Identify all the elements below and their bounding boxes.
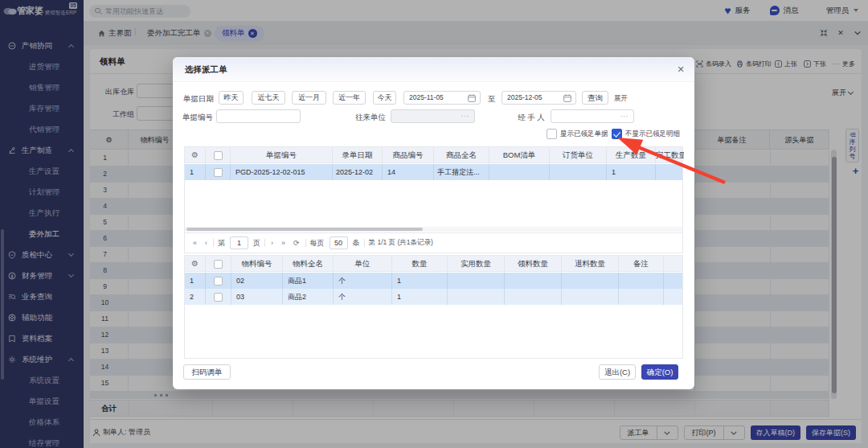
calendar-icon [468, 94, 476, 102]
cell-product-name: 手工措定法... [434, 164, 489, 180]
last-page-icon[interactable]: » [277, 239, 289, 247]
hide-fulfilled-detail-label: 不显示已领足明细 [625, 129, 680, 139]
quick-7days-button[interactable]: 近七天 [252, 91, 285, 105]
cell-date: 2025-12-02 [333, 164, 383, 180]
partner-input[interactable]: ··· [391, 109, 475, 123]
cell-name: 商品1 [283, 273, 334, 289]
cell-qty: 1 [392, 273, 448, 289]
gear-icon[interactable]: ⚙ [185, 147, 206, 163]
pager-divider [213, 239, 214, 247]
query-button[interactable]: 查询 [582, 91, 608, 105]
scrollbar-thumb[interactable] [186, 228, 423, 231]
col-name: 物料全名 [283, 256, 334, 272]
quick-1year-button[interactable]: 近一年 [333, 91, 366, 105]
cell-used [448, 289, 505, 305]
detail-row[interactable]: 2 03 商品2 个 1 [185, 289, 682, 305]
cell-extra [664, 273, 684, 289]
per-page-input[interactable]: 50 [330, 236, 348, 249]
filters-expand-link[interactable]: 展开 [614, 94, 628, 104]
prev-page-icon[interactable]: ‹ [201, 239, 211, 247]
cell-bom [489, 164, 550, 180]
per-page-label: 每页 [308, 238, 327, 249]
col-billno: 单据编号 [231, 147, 333, 163]
quick-1month-button[interactable]: 近一月 [292, 91, 326, 105]
col-product-name: 商品全名 [434, 147, 489, 163]
cell-unit: 个 [334, 273, 392, 289]
pagination: « ‹ 第 1 页 › » ⟳ 每页 50 条 第 1/1 页 (共1条记录) [185, 232, 682, 253]
show-fulfilled-label: 显示已领足单据 [560, 129, 608, 139]
cell-returned [562, 289, 619, 305]
billno-label: 单据编号 [182, 113, 213, 123]
cell-picked [505, 289, 562, 305]
first-page-icon[interactable]: « [189, 239, 201, 247]
date-to-input[interactable]: 2025-12-05 [502, 91, 576, 105]
col-qty: 数量 [392, 256, 448, 272]
page-summary: 第 1/1 页 (共1条记录) [366, 238, 436, 248]
billno-input[interactable] [216, 109, 301, 123]
cell-name: 商品2 [283, 289, 334, 305]
cell-done-qty [656, 164, 684, 180]
row-number: 1 [185, 164, 206, 180]
pager-divider [264, 239, 265, 247]
cell-billno: PGD-2025-12-02-015 [231, 164, 333, 180]
cell-order-unit [550, 164, 607, 180]
divider [173, 81, 694, 82]
row-checkbox[interactable] [206, 164, 231, 180]
quick-today-button[interactable]: 今天 [373, 91, 396, 105]
page-input[interactable]: 1 [230, 236, 248, 249]
col-bom: BOM清单 [489, 147, 550, 163]
cell-unit: 个 [334, 289, 392, 305]
checkbox-checked-icon [612, 129, 622, 139]
app-root: 管家婆 辉煌智造ERP 05 常用功能快速直达 ♥ 服务 消息 管理员 [0, 0, 868, 448]
col-date: 录单日期 [333, 147, 383, 163]
show-fulfilled-checkbox[interactable]: 显示已领足单据 [547, 129, 608, 139]
cell-prod-qty: 1 [607, 164, 656, 180]
table-horizontal-scrollbar[interactable] [185, 227, 682, 232]
cell-qty: 1 [392, 289, 448, 305]
cell-code: 03 [231, 289, 283, 305]
close-icon[interactable]: ✕ [675, 64, 686, 75]
calendar-icon [563, 94, 571, 102]
cell-used [448, 273, 505, 289]
col-returned-qty: 退料数量 [562, 256, 619, 272]
confirm-button[interactable]: 确定(O) [641, 364, 678, 380]
detail-row[interactable]: 1 02 商品1 个 1 [185, 273, 682, 289]
checkbox-icon [214, 151, 223, 160]
col-picked-qty: 领料数量 [505, 256, 562, 272]
quick-yesterday-button[interactable]: 昨天 [219, 91, 244, 105]
refresh-icon[interactable]: ⟳ [289, 239, 304, 247]
date-from-input[interactable]: 2025-11-05 [403, 91, 481, 105]
exit-button[interactable]: 退出(C) [599, 364, 636, 380]
row-checkbox[interactable] [206, 289, 231, 305]
next-page-icon[interactable]: › [267, 239, 277, 247]
date-to-value: 2025-12-05 [507, 93, 542, 101]
ellipsis-icon[interactable]: ··· [461, 110, 470, 122]
hide-fulfilled-detail-checkbox[interactable]: 不显示已领足明细 [612, 129, 680, 139]
row-number: 1 [185, 273, 206, 289]
col-used-qty: 实用数量 [448, 256, 505, 272]
col-done-qty: 完工数量 [656, 147, 684, 163]
select-dispatch-modal: 选择派工单 ✕ 单据日期 昨天 近七天 近一月 近一年 今天 2025-11-0… [173, 57, 694, 389]
material-detail-table: ⚙ 物料编号 物料全名 单位 数量 实用数量 领料数量 退料数量 备注 1 02 [184, 255, 683, 359]
dispatch-row[interactable]: 1 PGD-2025-12-02-015 2025-12-02 14 手工措定法… [185, 164, 682, 180]
select-all-checkbox[interactable] [206, 256, 231, 272]
col-product-no: 商品编号 [383, 147, 434, 163]
row-checkbox[interactable] [206, 273, 231, 289]
cell-extra [664, 289, 684, 305]
col-order-unit: 订货单位 [550, 147, 607, 163]
checkbox-icon [214, 293, 223, 302]
cell-code: 02 [231, 273, 283, 289]
dispatch-table: ⚙ 单据编号 录单日期 商品编号 商品全名 BOM清单 订货单位 生产数量 完工… [184, 146, 683, 253]
col-code: 物料编号 [231, 256, 283, 272]
handler-input[interactable]: ··· [551, 109, 634, 123]
ellipsis-icon[interactable]: ··· [620, 110, 629, 122]
checkbox-icon [547, 129, 557, 139]
select-all-checkbox[interactable] [206, 147, 231, 163]
gear-icon[interactable]: ⚙ [185, 256, 206, 272]
cell-picked [505, 273, 562, 289]
checkbox-icon [214, 277, 223, 286]
scan-button[interactable]: 扫码调单 [183, 364, 231, 380]
pager-divider [305, 239, 306, 247]
pager-divider [364, 239, 365, 247]
col-remark: 备注 [619, 256, 664, 272]
